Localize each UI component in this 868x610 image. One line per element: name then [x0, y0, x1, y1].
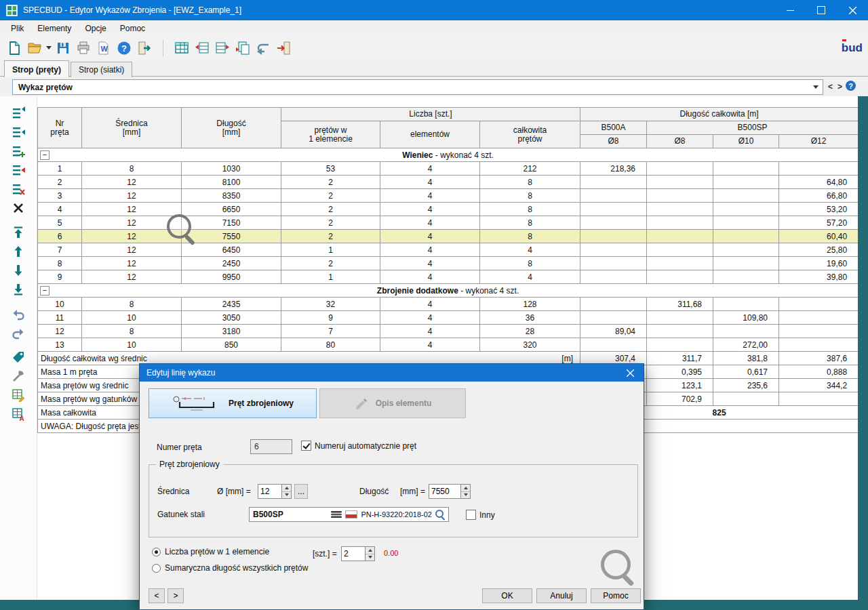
table-cell[interactable] — [580, 176, 647, 189]
table-cell[interactable]: 8100 — [182, 176, 281, 189]
help-button[interactable]: ? — [115, 39, 134, 58]
table-cell[interactable]: 8 — [38, 257, 82, 270]
table-cell[interactable]: 12 — [82, 203, 182, 216]
table-cell[interactable]: 4 — [380, 325, 480, 338]
count-stepper[interactable] — [341, 546, 375, 561]
tools-button[interactable] — [9, 367, 27, 385]
table-cell[interactable] — [713, 203, 779, 216]
table-cell[interactable]: 4 — [480, 243, 580, 257]
table-cell[interactable]: 8 — [480, 189, 580, 203]
table-cell[interactable]: 9950 — [182, 270, 281, 284]
table-row[interactable]: 1283180742889,04 — [38, 325, 859, 338]
group-header-cell[interactable]: −Wieniec - wykonać 4 szt. — [38, 148, 859, 162]
menu-plik[interactable]: Plik — [4, 22, 31, 35]
spin-down-icon[interactable] — [282, 492, 291, 499]
move-bottom-button[interactable] — [9, 281, 27, 298]
table-list-button[interactable] — [172, 39, 191, 58]
table-cell[interactable]: 64,80 — [779, 176, 858, 189]
table-cell[interactable]: 4 — [380, 230, 480, 243]
table-cell[interactable]: 1 — [38, 162, 82, 176]
table-cell[interactable] — [779, 311, 858, 325]
table-cell[interactable]: 12 — [82, 230, 182, 243]
table-cell[interactable]: 850 — [182, 338, 281, 352]
table-cell[interactable]: 4 — [380, 162, 480, 176]
table-cell[interactable]: 4 — [380, 270, 480, 284]
add-row-button[interactable] — [9, 142, 27, 160]
table-cell[interactable]: 8 — [480, 203, 580, 216]
dialog-close-button[interactable] — [616, 364, 644, 382]
table-cell[interactable] — [713, 270, 779, 284]
table-cell[interactable] — [779, 325, 858, 338]
redo-button[interactable] — [9, 324, 27, 342]
table-cell[interactable]: 4 — [480, 270, 580, 284]
spin-up-icon[interactable] — [282, 485, 291, 492]
table-cell[interactable]: 4 — [380, 257, 480, 270]
table-cell[interactable]: 4 — [380, 189, 480, 203]
list-help-icon[interactable]: ? — [846, 81, 856, 91]
group-header-row[interactable]: −Wieniec - wykonać 4 szt. — [38, 148, 859, 162]
combobox-dropdown-button[interactable] — [809, 80, 823, 94]
split-row-button[interactable] — [9, 180, 27, 198]
auto-number-checkbox[interactable]: Numeruj automatycznie pręt — [301, 441, 416, 451]
table-cell[interactable] — [580, 298, 647, 311]
table-cell[interactable]: 7150 — [182, 216, 281, 230]
table-cell[interactable] — [580, 189, 647, 203]
table-cell[interactable] — [647, 338, 713, 352]
table-cell[interactable] — [647, 243, 713, 257]
move-top-button[interactable] — [9, 224, 27, 241]
table-cell[interactable]: 128 — [480, 298, 580, 311]
table-cell[interactable] — [713, 216, 779, 230]
insert-row-above-button[interactable] — [9, 104, 27, 122]
element-back-button[interactable] — [254, 39, 273, 58]
table-cell[interactable] — [779, 162, 858, 176]
table-cell[interactable]: 4 — [380, 311, 480, 325]
table-cell[interactable]: 12 — [38, 325, 82, 338]
table-cell[interactable]: 4 — [38, 203, 82, 216]
table-cell[interactable]: 39,80 — [779, 270, 858, 284]
table-cell[interactable]: 1 — [281, 270, 380, 284]
table-cell[interactable]: 4 — [380, 243, 480, 257]
table-cell[interactable]: 12 — [82, 243, 182, 257]
table-cell[interactable]: 12 — [82, 189, 182, 203]
table-cell[interactable]: 8350 — [182, 189, 281, 203]
menu-elementy[interactable]: Elementy — [31, 22, 78, 35]
table-cell[interactable]: 7 — [281, 325, 380, 338]
table-cell[interactable]: 8 — [480, 216, 580, 230]
table-cell[interactable]: 2450 — [182, 257, 281, 270]
table-cell[interactable]: 1 — [281, 243, 380, 257]
table-cell[interactable] — [647, 325, 713, 338]
table-cell[interactable]: 8 — [82, 162, 182, 176]
table-cell[interactable]: 2 — [281, 189, 380, 203]
insert-row-below-button[interactable] — [9, 123, 27, 141]
table-cell[interactable]: 89,04 — [580, 325, 647, 338]
table-cell[interactable]: 8 — [480, 230, 580, 243]
table-cell[interactable] — [713, 189, 779, 203]
table-cell[interactable]: 12 — [82, 216, 182, 230]
ok-button[interactable]: OK — [482, 588, 532, 603]
table-cell[interactable]: 4 — [380, 298, 480, 311]
menu-pomoc[interactable]: Pomoc — [113, 22, 152, 35]
help-dialog-button[interactable]: Pomoc — [591, 588, 641, 603]
table-cell[interactable] — [580, 203, 647, 216]
table-cell[interactable] — [713, 162, 779, 176]
diameter-more-button[interactable]: ... — [294, 484, 308, 499]
table-cell[interactable] — [580, 216, 647, 230]
table-cell[interactable] — [713, 298, 779, 311]
element-paste-button[interactable] — [233, 39, 252, 58]
table-row[interactable]: 912995014439,80 — [38, 270, 859, 284]
table-cell[interactable] — [647, 270, 713, 284]
length-stepper[interactable] — [429, 484, 471, 499]
group-header-row[interactable]: −Zbrojenie dodatkowe - wykonać 4 szt. — [38, 284, 859, 298]
exit-button[interactable] — [135, 39, 154, 58]
table-cell[interactable]: 7 — [38, 243, 82, 257]
table-cell[interactable] — [580, 243, 647, 257]
open-file-button[interactable] — [25, 39, 44, 58]
table-cell[interactable]: 2 — [281, 257, 380, 270]
steel-grade-field[interactable]: B500SP PN-H-93220:2018-02 — [249, 507, 449, 522]
open-file-dropdown[interactable] — [45, 39, 53, 58]
table-row[interactable]: 712645014425,80 — [38, 243, 859, 257]
table-cell[interactable]: 2 — [281, 203, 380, 216]
group-header-cell[interactable]: −Zbrojenie dodatkowe - wykonać 4 szt. — [38, 284, 859, 298]
spin-down-icon[interactable] — [366, 554, 374, 561]
table-cell[interactable]: 3050 — [182, 311, 281, 325]
